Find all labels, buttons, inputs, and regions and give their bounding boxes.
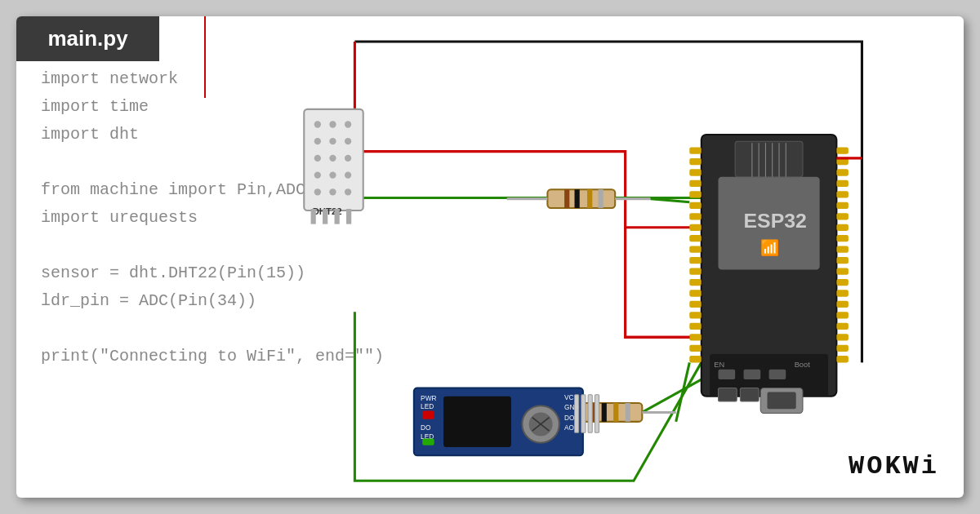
svg-rect-81 — [689, 312, 701, 318]
svg-rect-31 — [613, 403, 618, 422]
svg-rect-78 — [689, 279, 701, 286]
svg-text:DO: DO — [564, 414, 575, 422]
svg-point-7 — [314, 155, 321, 162]
svg-rect-41 — [422, 439, 434, 445]
svg-rect-80 — [689, 301, 701, 308]
svg-point-1 — [314, 121, 321, 127]
svg-rect-51 — [575, 395, 579, 433]
svg-line-116 — [651, 199, 690, 202]
svg-point-14 — [329, 188, 336, 195]
svg-point-11 — [329, 171, 336, 178]
svg-rect-77 — [689, 268, 701, 274]
svg-rect-97 — [836, 268, 848, 274]
svg-rect-74 — [689, 235, 701, 241]
svg-rect-52 — [581, 395, 586, 433]
svg-rect-92 — [836, 213, 848, 219]
svg-point-12 — [345, 171, 351, 178]
svg-rect-90 — [836, 191, 848, 197]
svg-text:DO: DO — [421, 424, 431, 432]
svg-point-13 — [314, 188, 321, 195]
svg-point-10 — [314, 171, 321, 178]
svg-rect-91 — [836, 202, 848, 209]
svg-rect-79 — [689, 290, 701, 296]
svg-point-5 — [329, 138, 336, 144]
svg-rect-110 — [744, 370, 761, 379]
svg-rect-94 — [836, 235, 848, 241]
svg-rect-32 — [626, 403, 630, 422]
svg-text:📶: 📶 — [760, 238, 780, 257]
svg-rect-83 — [689, 334, 701, 340]
svg-rect-82 — [689, 323, 701, 330]
svg-rect-115 — [740, 388, 759, 401]
svg-rect-66 — [689, 147, 701, 153]
wokwi-brand: WOKWi — [849, 451, 939, 481]
svg-rect-86 — [836, 147, 848, 153]
svg-rect-69 — [689, 180, 701, 187]
svg-rect-30 — [602, 403, 607, 422]
svg-rect-103 — [836, 334, 848, 340]
svg-point-9 — [345, 155, 351, 162]
svg-text:EN: EN — [714, 361, 724, 369]
svg-rect-19 — [335, 209, 340, 224]
svg-rect-89 — [836, 180, 848, 187]
svg-rect-20 — [346, 209, 351, 224]
svg-rect-84 — [689, 345, 701, 352]
svg-rect-25 — [598, 189, 603, 208]
svg-rect-53 — [588, 395, 592, 433]
svg-rect-75 — [689, 246, 701, 253]
svg-point-3 — [345, 121, 351, 127]
svg-rect-109 — [718, 370, 735, 379]
svg-rect-21 — [547, 189, 615, 208]
main-container: main.py import network import time impor… — [16, 16, 964, 498]
svg-text:ESP32: ESP32 — [744, 210, 807, 232]
svg-text:Boot: Boot — [795, 361, 811, 369]
svg-point-15 — [345, 188, 351, 195]
svg-rect-22 — [564, 189, 569, 208]
title-label: main.py — [47, 26, 127, 51]
svg-rect-73 — [689, 224, 701, 231]
svg-rect-17 — [311, 209, 316, 224]
svg-text:LED: LED — [421, 403, 434, 410]
svg-rect-18 — [323, 209, 327, 224]
svg-rect-102 — [836, 323, 848, 330]
svg-rect-101 — [836, 312, 848, 318]
svg-rect-96 — [836, 257, 848, 264]
svg-rect-68 — [689, 169, 701, 175]
svg-rect-23 — [575, 189, 580, 208]
svg-rect-113 — [768, 392, 796, 410]
svg-rect-85 — [689, 356, 701, 362]
circuit-diagram: DHT22 PWR LED DO LED — [16, 16, 964, 498]
svg-rect-95 — [836, 246, 848, 253]
svg-text:PWR: PWR — [421, 395, 436, 402]
svg-point-6 — [345, 138, 351, 144]
svg-rect-67 — [689, 158, 701, 165]
svg-rect-98 — [836, 279, 848, 286]
svg-rect-99 — [836, 290, 848, 296]
svg-rect-38 — [422, 410, 434, 419]
svg-rect-70 — [689, 191, 701, 197]
svg-rect-71 — [689, 202, 701, 209]
cursor-line — [204, 16, 206, 98]
svg-rect-111 — [769, 370, 786, 379]
svg-rect-100 — [836, 301, 848, 308]
svg-point-8 — [329, 155, 336, 162]
svg-rect-72 — [689, 213, 701, 219]
svg-rect-93 — [836, 224, 848, 231]
svg-rect-104 — [836, 345, 848, 352]
svg-rect-114 — [718, 388, 737, 401]
svg-rect-88 — [836, 169, 848, 175]
svg-rect-24 — [587, 189, 592, 208]
svg-rect-54 — [595, 395, 599, 433]
svg-rect-59 — [735, 141, 803, 176]
svg-rect-105 — [836, 356, 848, 362]
title-bar: main.py — [16, 16, 159, 61]
svg-text:AO: AO — [564, 424, 575, 432]
svg-rect-42 — [443, 397, 511, 447]
svg-point-2 — [329, 121, 336, 127]
svg-rect-76 — [689, 257, 701, 264]
svg-point-4 — [314, 138, 321, 144]
